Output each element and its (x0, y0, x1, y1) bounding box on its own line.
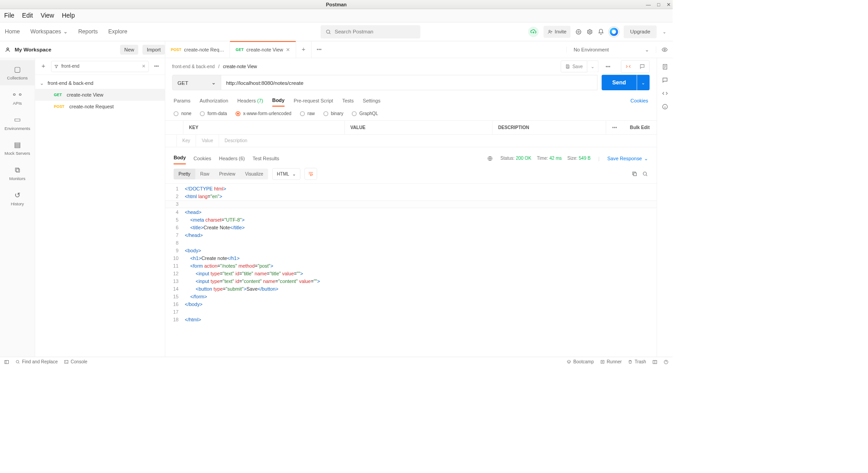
documentation-icon[interactable] (662, 64, 668, 70)
tab-create-note-request[interactable]: POST create-note Req… (165, 41, 230, 57)
body-none[interactable]: none (173, 111, 191, 116)
tabs-overflow-button[interactable]: ••• (312, 41, 327, 57)
bell-icon[interactable] (598, 28, 604, 35)
body-graphql[interactable]: GraphQL (352, 111, 378, 116)
save-response-button[interactable]: Save Response ⌄ (607, 155, 649, 161)
import-button[interactable]: Import (143, 45, 165, 55)
view-raw[interactable]: Raw (195, 168, 214, 179)
trash-button[interactable]: Trash (628, 359, 646, 365)
url-input[interactable]: http://localhost:8080/notes/create (221, 75, 597, 90)
add-tab-button[interactable]: + (296, 41, 311, 57)
menu-view[interactable]: View (41, 12, 54, 19)
language-select[interactable]: HTML⌄ (272, 168, 300, 180)
capture-icon[interactable] (575, 28, 582, 35)
minimize-icon[interactable]: — (646, 1, 651, 7)
collection-row[interactable]: ⌄ front-end & back-end (35, 77, 165, 89)
rail-apis[interactable]: ⚬⚬APIs (0, 85, 35, 111)
body-raw[interactable]: raw (300, 111, 315, 116)
resp-tab-cookies[interactable]: Cookies (194, 153, 211, 164)
find-replace-button[interactable]: Find and Replace (15, 359, 58, 365)
runner-button[interactable]: Runner (600, 359, 622, 365)
resp-tab-body[interactable]: Body (173, 152, 186, 164)
settings-icon[interactable] (587, 28, 593, 35)
search-input[interactable]: Search Postman (321, 25, 420, 38)
folder-icon: ▢ (14, 65, 21, 74)
view-visualize[interactable]: Visualize (240, 168, 268, 179)
comments-icon[interactable] (662, 77, 668, 83)
method-select[interactable]: GET ⌄ (172, 75, 221, 90)
info-icon[interactable] (662, 103, 668, 110)
resp-tab-headers[interactable]: Headers (6) (219, 153, 245, 164)
filter-input[interactable]: front-end ✕ (51, 60, 149, 72)
menu-edit[interactable]: Edit (22, 12, 33, 19)
kv-more-icon[interactable]: ••• (606, 121, 623, 134)
body-form-data[interactable]: form-data (200, 111, 227, 116)
tab-params[interactable]: Params (173, 95, 190, 106)
rail-collections[interactable]: ▢Collections (0, 60, 35, 85)
send-button[interactable]: Send (602, 75, 637, 90)
nav-explore[interactable]: Explore (108, 28, 127, 35)
nav-reports[interactable]: Reports (78, 28, 98, 35)
help-icon[interactable] (663, 359, 668, 364)
new-button[interactable]: New (120, 45, 138, 55)
tab-create-note-view[interactable]: GET create-note View ✕ (230, 41, 296, 57)
sidebar-toggle-icon[interactable] (4, 359, 9, 364)
send-dropdown-button[interactable]: ⌄ (637, 75, 650, 90)
wrap-lines-button[interactable] (305, 168, 317, 180)
code-icon[interactable] (662, 90, 668, 97)
globe-icon[interactable] (487, 155, 493, 161)
svg-rect-10 (634, 173, 636, 176)
rail-monitors[interactable]: ⧉Monitors (0, 161, 35, 186)
copy-icon[interactable] (631, 171, 638, 177)
breadcrumb-parent[interactable]: front-end & back-end (172, 64, 215, 69)
clear-filter-icon[interactable]: ✕ (142, 64, 146, 69)
tab-headers[interactable]: Headers (7) (237, 95, 263, 106)
nav-home[interactable]: Home (5, 28, 20, 35)
request-row-create-note-request[interactable]: POST create-note Request (35, 101, 165, 112)
chevron-down-icon[interactable]: ⌄ (662, 28, 668, 35)
menu-file[interactable]: File (4, 12, 14, 19)
sidebar-more-icon[interactable]: ••• (152, 61, 162, 71)
invite-button[interactable]: Invite (544, 26, 571, 37)
bootcamp-button[interactable]: Bootcamp (567, 359, 594, 365)
environment-select[interactable]: No Environment ⌄ (566, 46, 656, 52)
rail-history[interactable]: ↺History (0, 186, 35, 211)
response-code[interactable]: 1<!DOCTYPE html>2<html lang="en">3 4<hea… (165, 183, 657, 357)
build-mode-icon[interactable] (621, 60, 635, 72)
two-pane-icon[interactable] (653, 359, 658, 364)
maximize-icon[interactable]: □ (657, 1, 660, 7)
comment-mode-icon[interactable] (635, 60, 649, 72)
tab-settings[interactable]: Settings (363, 95, 380, 106)
bulk-edit-button[interactable]: Bulk Edit (623, 121, 657, 134)
sync-icon[interactable] (528, 27, 538, 37)
body-binary[interactable]: binary (323, 111, 344, 116)
tab-prerequest[interactable]: Pre-request Script (294, 95, 333, 106)
cookies-link[interactable]: Cookies (630, 98, 648, 103)
save-button[interactable]: Save (561, 60, 588, 72)
workspace-name[interactable]: My Workspace (15, 46, 116, 52)
body-xwww[interactable]: x-www-form-urlencoded (235, 111, 291, 116)
view-pretty[interactable]: Pretty (173, 168, 195, 179)
add-collection-button[interactable]: + (38, 61, 48, 71)
rail-mock-servers[interactable]: ▤Mock Servers (0, 136, 35, 161)
save-dropdown-button[interactable]: ⌄ (587, 60, 598, 72)
resp-tab-tests[interactable]: Test Results (252, 153, 279, 164)
menu-help[interactable]: Help (62, 12, 75, 19)
tab-tests[interactable]: Tests (342, 95, 354, 106)
close-icon[interactable]: ✕ (667, 1, 671, 7)
tab-body[interactable]: Body (272, 94, 285, 107)
close-tab-icon[interactable]: ✕ (286, 46, 290, 52)
rail-environments[interactable]: ▭Environments (0, 111, 35, 136)
upgrade-button[interactable]: Upgrade (624, 25, 656, 38)
nav-workspaces[interactable]: Workspaces⌄ (30, 28, 68, 35)
avatar[interactable] (609, 27, 619, 37)
console-button[interactable]: Console (64, 359, 88, 365)
kv-placeholder-row[interactable]: Key Value Description (165, 134, 657, 147)
view-preview[interactable]: Preview (214, 168, 240, 179)
request-more-icon[interactable]: ••• (602, 60, 614, 72)
request-row-create-note-view[interactable]: GET create-note View (35, 89, 165, 101)
search-response-icon[interactable] (642, 171, 648, 177)
tab-authorization[interactable]: Authorization (200, 95, 228, 106)
environment-preview-icon[interactable] (656, 46, 672, 53)
save-icon (565, 64, 570, 69)
